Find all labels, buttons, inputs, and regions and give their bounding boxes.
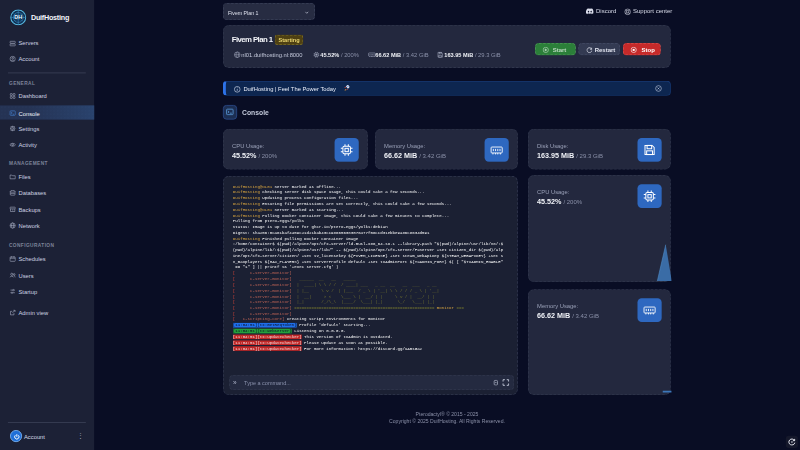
svg-text:DH: DH [14,14,22,20]
